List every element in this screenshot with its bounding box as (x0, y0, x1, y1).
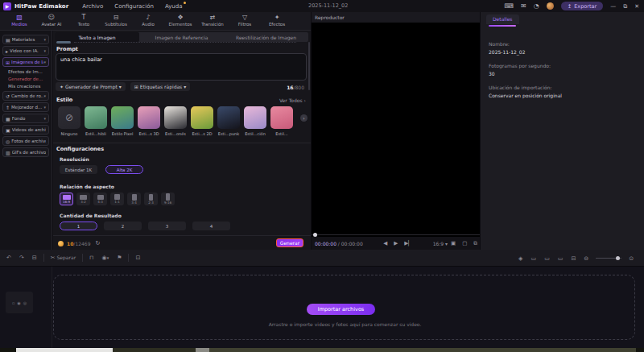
close-button[interactable]: ✕ (634, 3, 639, 10)
zoom-slider-handle[interactable] (616, 256, 620, 260)
quantity-option-4[interactable]: 4 (192, 222, 230, 230)
aspect-option-3-2[interactable]: 3:2 (76, 193, 90, 205)
sidebar-item-imagenes-ia[interactable]: ⊞Imágenes de IA▾ (2, 57, 49, 67)
tab-filtros[interactable]: ▽Filtros (229, 12, 261, 27)
scroll-remnant-slider[interactable] (56, 41, 71, 43)
sidebar-subitem-efectos-imagen[interactable]: Efectos de Im... (8, 69, 49, 74)
tab-reestilizacion[interactable]: Reestilización de Imagen (224, 32, 308, 42)
resolution-option-estandar[interactable]: Estándar 1K (60, 165, 97, 174)
next-frame-icon[interactable]: ▶▏ (404, 240, 412, 246)
style-option-punk[interactable]: Esti...punk (217, 106, 240, 136)
tab-subtitulos[interactable]: ⊟Subtítulos (100, 12, 132, 27)
quantity-option-3[interactable]: 3 (148, 222, 186, 230)
panel-scrollbar[interactable] (308, 42, 310, 90)
prompt-input[interactable]: una chica bailar (56, 53, 307, 81)
aspect-option-1-1[interactable]: 1:1 (110, 193, 124, 205)
sidebar-item-materiales[interactable]: ▤Materiales▾ (2, 35, 49, 44)
sidebar-item-fotos-archivo[interactable]: ◎Fotos de archivo (2, 136, 49, 146)
redo-icon[interactable]: ↷ (19, 255, 24, 261)
track-menu-icon[interactable]: ▫ (12, 300, 14, 305)
style-option-ninguno[interactable]: ⊘Ninguno (58, 106, 80, 136)
resolution-option-alta[interactable]: Alta 2K (105, 165, 143, 174)
ratio-dropdown[interactable]: 16:9 ▾ (433, 241, 448, 246)
history-icon[interactable]: ◔ (534, 3, 539, 10)
aspect-option-3-4[interactable]: 3:4 (127, 193, 141, 205)
sidebar-item-fondo[interactable]: ▦Fondo▾ (2, 114, 49, 123)
tab-elementos[interactable]: ❖Elementos (164, 12, 196, 27)
track-height-icon[interactable]: ⊟ (571, 255, 576, 262)
seek-bar[interactable] (312, 234, 480, 235)
aspect-option-9-16[interactable]: 9:16 (161, 193, 175, 205)
track-option-icon[interactable]: ▭ (558, 255, 564, 262)
split-button[interactable]: ✂Separar (51, 255, 76, 261)
minimize-button[interactable]: — (610, 3, 616, 10)
keyboard-shortcuts-icon[interactable]: ⌨ (505, 3, 514, 10)
style-option-2d[interactable]: Esti...s 2D (191, 106, 213, 136)
magnet-icon[interactable]: ⊓ (89, 255, 93, 261)
feedback-icon[interactable]: ✉ (521, 3, 526, 10)
import-files-button[interactable]: Importar archivos (307, 304, 375, 315)
chevron-down-icon: ▾ (43, 48, 46, 53)
sidebar-subitem-generador[interactable]: Generador de... (8, 77, 49, 81)
quantity-option-1[interactable]: 1 (60, 222, 97, 230)
aspect-option-2-3[interactable]: 2:3 (144, 193, 158, 205)
style-option-japones[interactable]: Esti...onés (164, 106, 187, 136)
snapshot-icon[interactable]: ▣ (451, 240, 456, 246)
aspect-option-16-9[interactable]: 16:9 (60, 193, 73, 205)
sidebar-item-videos-archivo[interactable]: ▣Videos de archivo (2, 125, 49, 135)
track-option-icon[interactable]: ▭ (531, 255, 537, 262)
menu-ayuda[interactable]: Ayuda (165, 3, 183, 10)
sidebar-item-video-ia[interactable]: ▸Video con IA.▾ (2, 46, 49, 56)
tab-detalles[interactable]: Detalles (486, 14, 519, 24)
timeline-zoom-slider[interactable] (596, 258, 621, 259)
fullscreen-icon[interactable]: ▢ (462, 240, 467, 246)
background-icon: ▦ (6, 116, 10, 122)
menu-configuracion[interactable]: Configuración (114, 3, 154, 10)
style-option-more[interactable]: Estil... (270, 106, 293, 136)
delete-icon[interactable]: ⊟ (32, 255, 37, 261)
tab-imagen-referencia[interactable]: Imagen de Referencia (139, 32, 224, 42)
style-option-pixel[interactable]: Estilo Pixel (111, 106, 134, 136)
style-scroll-right-button[interactable]: › (300, 114, 308, 122)
export-button[interactable]: ↥Exportar (561, 2, 603, 10)
style-option-ghibli[interactable]: Estil...hibli (85, 106, 107, 136)
tab-audio[interactable]: ♪Audio (132, 12, 164, 27)
play-icon[interactable]: ▶ (394, 240, 398, 246)
tab-medios[interactable]: ▧Medios (3, 12, 35, 27)
aspect-option-4-3[interactable]: 4:3 (93, 193, 107, 205)
sidebar-subitem-mis-creaciones[interactable]: Mis creaciones (8, 84, 49, 89)
style-option-cion[interactable]: Estil...ción (244, 106, 266, 136)
style-option-3d[interactable]: Esti...s 3D (138, 106, 160, 136)
record-icon[interactable]: ◉▾ (102, 255, 109, 261)
tab-transicion[interactable]: ⇄Transición (196, 12, 229, 27)
tab-avatar-ai[interactable]: ☺Avatar AI (35, 12, 68, 27)
fit-timeline-icon[interactable]: ⊙ (629, 255, 634, 262)
track-lock-icon[interactable]: ◉ (17, 300, 20, 305)
generate-button[interactable]: Generar (276, 238, 303, 247)
track-option-icon[interactable]: ▭ (544, 255, 550, 262)
crop-icon[interactable]: ⊡ (135, 255, 140, 261)
quick-tags-button[interactable]: ⊞Etiquetas rápidas▾ (130, 82, 190, 91)
tab-efectos[interactable]: ✦Efectos (261, 12, 293, 27)
previous-frame-icon[interactable]: ◀ (383, 240, 387, 246)
zoom-out-icon[interactable]: ⊖ (584, 255, 588, 262)
sidebar-item-mejorador[interactable]: ⇑Mejorador d...▾ (2, 102, 49, 112)
keyframe-icon[interactable]: ◈ (518, 255, 522, 262)
view-all-link[interactable]: Ver Todos› (279, 97, 306, 103)
track-visibility-icon[interactable]: ◎ (23, 300, 27, 305)
tab-texto[interactable]: TTexto (68, 12, 100, 27)
undo-icon[interactable]: ↶ (6, 255, 11, 261)
detach-player-icon[interactable]: ⧉ (473, 240, 477, 246)
user-avatar[interactable] (547, 2, 554, 10)
refresh-icon[interactable]: ↻ (95, 240, 100, 246)
marker-icon[interactable]: ⚑ (117, 255, 122, 261)
prompt-generator-button[interactable]: ✦Generador de Prompt▾ (56, 82, 126, 91)
media-drop-zone[interactable]: Importar archivos Arrastre o importe vid… (53, 275, 635, 340)
sidebar-item-cambio-rostro[interactable]: ↺Cambio de ro...▾ (2, 91, 49, 101)
menu-archivo[interactable]: Archivo (82, 3, 103, 10)
sidebar-item-gifs-archivo[interactable]: ▥GIFs de archivo (2, 147, 49, 157)
style-thumb (270, 106, 293, 129)
quantity-option-2[interactable]: 2 (104, 222, 142, 230)
playhead-handle[interactable] (313, 233, 317, 237)
restore-button[interactable]: ⧉ (623, 3, 627, 10)
